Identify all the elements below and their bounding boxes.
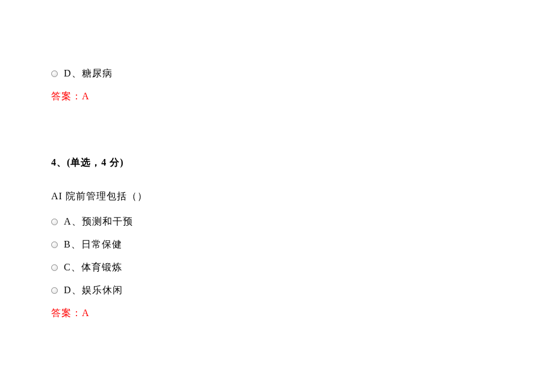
q4-option-d[interactable]: D、娱乐休闲 xyxy=(51,283,554,297)
q4-option-c-text: C、体育锻炼 xyxy=(64,260,122,275)
q4-stem: AI 院前管理包括（） xyxy=(51,189,554,204)
radio-icon xyxy=(51,70,58,77)
q4-option-b[interactable]: B、日常保健 xyxy=(51,237,554,252)
radio-icon xyxy=(51,264,58,271)
radio-icon xyxy=(51,287,58,294)
q4-option-d-text: D、娱乐休闲 xyxy=(64,283,123,297)
q3-answer: 答案：A xyxy=(51,89,554,104)
q4-answer: 答案：A xyxy=(51,306,554,320)
q4-answer-label: 答案： xyxy=(51,308,82,318)
q4-option-c[interactable]: C、体育锻炼 xyxy=(51,260,554,275)
q4-option-b-text: B、日常保健 xyxy=(64,237,122,252)
radio-icon xyxy=(51,241,58,248)
q4-option-a-text: A、预测和干预 xyxy=(64,214,133,229)
radio-icon xyxy=(51,219,58,225)
q4-answer-value: A xyxy=(82,308,90,318)
q3-option-d-text: D、糖尿病 xyxy=(64,66,113,81)
q4-option-a[interactable]: A、预测和干预 xyxy=(51,214,554,229)
q3-answer-value: A xyxy=(82,91,90,101)
q3-option-d[interactable]: D、糖尿病 xyxy=(51,66,554,81)
q3-answer-label: 答案： xyxy=(51,91,82,101)
q4-header: 4、(单选，4 分) xyxy=(51,155,554,170)
